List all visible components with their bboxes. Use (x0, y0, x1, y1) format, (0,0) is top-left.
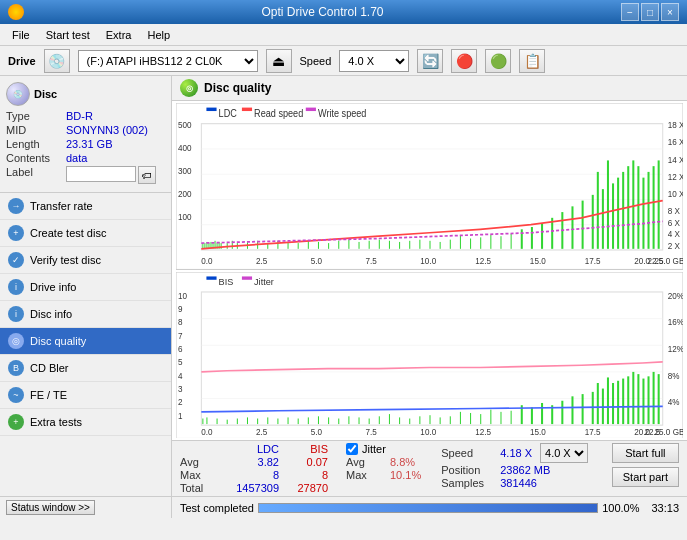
status-window-btn[interactable]: Status window >> (6, 500, 95, 515)
disc-contents-row: Contents data (6, 152, 165, 164)
start-part-button[interactable]: Start part (612, 467, 679, 487)
menu-extra[interactable]: Extra (98, 27, 140, 43)
svg-rect-152 (490, 409, 491, 423)
svg-text:0.0: 0.0 (201, 426, 213, 436)
bis-chart: BIS Jitter 10 9 8 7 6 5 4 3 2 1 (176, 272, 683, 439)
speed-select-stat[interactable]: 4.0 X (540, 443, 588, 463)
disc-label-input[interactable] (66, 166, 136, 182)
speed-row: Speed 4.18 X 4.0 X (441, 443, 588, 463)
jitter-checkbox[interactable] (346, 443, 358, 455)
nav-transfer-rate[interactable]: → Transfer rate (0, 193, 171, 220)
length-value: 23.31 GB (66, 138, 165, 150)
svg-rect-147 (440, 417, 441, 424)
minimize-button[interactable]: − (621, 3, 639, 21)
length-label: Length (6, 138, 66, 150)
svg-text:8 X: 8 X (668, 206, 680, 217)
nav-disc-info[interactable]: i Disc info (0, 301, 171, 328)
svg-rect-67 (419, 240, 420, 249)
disc-section-header: 💿 Disc (6, 82, 165, 106)
svg-text:0.0: 0.0 (201, 255, 212, 266)
ldc-chart-wrapper: LDC Read speed Write speed 500 400 300 2… (176, 103, 683, 270)
svg-text:1: 1 (178, 410, 183, 420)
svg-rect-57 (318, 242, 319, 249)
time-text: 33:13 (651, 502, 679, 514)
nav-fe-te[interactable]: ~ FE / TE (0, 382, 171, 409)
svg-text:400: 400 (178, 143, 192, 154)
svg-text:15.0: 15.0 (530, 255, 546, 266)
start-full-button[interactable]: Start full (612, 443, 679, 463)
svg-text:5.0: 5.0 (311, 426, 323, 436)
svg-text:Read speed: Read speed (254, 107, 303, 119)
create-test-icon: + (8, 225, 24, 241)
total-bis: 27870 (283, 482, 328, 494)
svg-text:Jitter: Jitter (254, 275, 275, 286)
svg-rect-167 (617, 380, 619, 423)
svg-rect-137 (338, 418, 339, 424)
settings-btn1[interactable]: 🔴 (451, 49, 477, 73)
svg-rect-72 (470, 238, 471, 248)
svg-rect-55 (298, 243, 299, 249)
disc-quality-icon: ◎ (8, 333, 24, 349)
app-icon (8, 4, 24, 20)
nav-create-test-disc[interactable]: + Create test disc (0, 220, 171, 247)
svg-text:5: 5 (178, 356, 183, 366)
ldc-chart: LDC Read speed Write speed 500 400 300 2… (176, 103, 683, 270)
menu-file[interactable]: File (4, 27, 38, 43)
drive-icon-btn[interactable]: 💿 (44, 49, 70, 73)
svg-rect-128 (247, 417, 248, 424)
disc-mid-row: MID SONYNN3 (002) (6, 124, 165, 136)
disc-icon: 💿 (6, 82, 30, 106)
svg-text:4%: 4% (668, 396, 680, 406)
svg-rect-153 (500, 411, 501, 423)
svg-rect-82 (571, 206, 573, 248)
close-button[interactable]: × (661, 3, 679, 21)
nav-extra-tests[interactable]: + Extra tests (0, 409, 171, 436)
eject-btn[interactable]: ⏏ (266, 49, 292, 73)
nav-drive-info[interactable]: i Drive info (0, 274, 171, 301)
maximize-button[interactable]: □ (641, 3, 659, 21)
svg-text:7.5: 7.5 (366, 255, 377, 266)
total-label: Total (180, 482, 220, 494)
svg-rect-97 (658, 160, 660, 248)
svg-rect-148 (450, 416, 451, 424)
speed-select-drive[interactable]: 4.0 X (339, 50, 409, 72)
svg-rect-175 (658, 374, 660, 424)
stats-ldc-bis: LDC BIS Avg 3.82 0.07 Max 8 8 Total 1457… (180, 443, 328, 494)
disc-label-key: Label (6, 166, 66, 184)
refresh-btn[interactable]: 🔄 (417, 49, 443, 73)
svg-text:12 X: 12 X (668, 171, 683, 182)
svg-rect-125 (217, 418, 218, 424)
disc-info-section: 💿 Disc Type BD-R MID SONYNN3 (002) Lengt… (0, 76, 171, 193)
svg-rect-149 (460, 411, 461, 423)
right-panel: ◎ Disc quality LDC Read speed Write spee… (172, 76, 687, 496)
status-right: Test completed 100.0% 33:13 (172, 502, 687, 514)
svg-text:2.5: 2.5 (256, 255, 267, 266)
svg-rect-101 (242, 276, 252, 279)
nav-verify-test-disc[interactable]: ✓ Verify test disc (0, 247, 171, 274)
nav-cd-bler[interactable]: B CD Bler (0, 355, 171, 382)
settings-btn3[interactable]: 📋 (519, 49, 545, 73)
titlebar: Opti Drive Control 1.70 − □ × (0, 0, 687, 24)
menu-start-test[interactable]: Start test (38, 27, 98, 43)
fe-te-icon: ~ (8, 387, 24, 403)
svg-text:2.5: 2.5 (256, 426, 268, 436)
svg-text:LDC: LDC (219, 107, 237, 119)
svg-rect-141 (379, 416, 380, 424)
verify-test-icon: ✓ (8, 252, 24, 268)
sidebar: 💿 Disc Type BD-R MID SONYNN3 (002) Lengt… (0, 76, 172, 496)
nav-disc-quality[interactable]: ◎ Disc quality (0, 328, 171, 355)
label-icon-btn[interactable]: 🏷 (138, 166, 156, 184)
svg-rect-86 (602, 189, 604, 249)
svg-rect-171 (637, 374, 639, 424)
svg-rect-76 (511, 234, 512, 249)
svg-text:16%: 16% (668, 316, 683, 326)
extra-tests-icon: + (8, 414, 24, 430)
menu-help[interactable]: Help (139, 27, 178, 43)
svg-rect-62 (369, 241, 370, 249)
speed-label-stat: Speed (441, 447, 496, 459)
settings-btn2[interactable]: 🟢 (485, 49, 511, 73)
disc-info-icon: i (8, 306, 24, 322)
svg-text:6 X: 6 X (668, 217, 680, 228)
drive-select[interactable]: (F:) ATAPI iHBS112 2 CL0K (78, 50, 258, 72)
progress-bar-fill (259, 504, 597, 512)
